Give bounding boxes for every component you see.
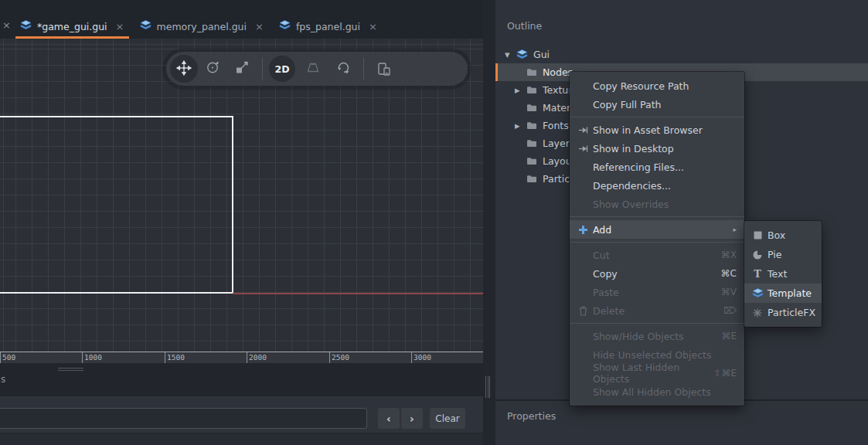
plus-icon <box>577 225 589 235</box>
chevron-collapsed-icon[interactable]: ▶ <box>515 122 520 130</box>
menu-shortcut: ⌘X <box>721 250 737 260</box>
menu-item-copy[interactable]: Copy ⌘C <box>570 264 744 283</box>
console-log-area[interactable] <box>0 433 483 445</box>
submenu-item-text[interactable]: T Text <box>744 264 822 284</box>
mode-2d-button[interactable]: 2D <box>269 56 295 82</box>
menu-label: Dependencies... <box>593 180 671 192</box>
tree-row-gui[interactable]: ▼ Gui <box>495 46 868 63</box>
submenu-item-particlefx[interactable]: ParticleFX <box>744 303 822 322</box>
ruler-label: 500 <box>2 353 15 362</box>
menu-label: Hide Unselected Objects <box>593 349 712 361</box>
menu-label: Cut <box>593 250 610 261</box>
menu-label: Show Last Hidden Objects <box>593 362 713 385</box>
menu-label: Box <box>768 229 785 241</box>
device-profiles-icon[interactable] <box>376 61 393 76</box>
gui-file-icon <box>279 20 291 33</box>
find-next-button[interactable]: › <box>401 408 423 429</box>
console-panel: ‹ › Clear <box>0 396 483 445</box>
menu-label: Add <box>593 224 611 236</box>
menu-label: ParticleFX <box>768 307 815 318</box>
submenu-item-box[interactable]: Box <box>744 226 822 245</box>
chevron-collapsed-icon[interactable]: ▶ <box>515 87 520 94</box>
close-icon[interactable]: × <box>2 19 11 31</box>
horizontal-ruler: 500 1000 1500 2000 2500 3000 <box>0 352 483 363</box>
folder-icon <box>526 104 537 112</box>
menu-label: Copy Full Path <box>593 99 662 110</box>
perspective-camera-icon <box>305 60 321 78</box>
close-icon[interactable]: × <box>116 21 124 32</box>
tab-game-gui[interactable]: *game_gui.gui × <box>12 14 132 39</box>
template-icon <box>751 288 764 299</box>
scene-viewport[interactable]: 2D <box>0 39 483 352</box>
move-tool-button[interactable] <box>170 55 198 83</box>
ruler-tick <box>82 352 83 364</box>
folder-icon <box>526 86 537 94</box>
outline-panel-title: Outline <box>507 20 542 32</box>
rotate-tool-button[interactable] <box>205 60 220 78</box>
menu-label: Show in Desktop <box>593 143 674 155</box>
menu-divider <box>570 323 744 324</box>
vertical-splitter[interactable] <box>483 0 495 445</box>
menu-label: Delete <box>593 305 625 317</box>
vertical-splitter-grip[interactable] <box>485 376 490 398</box>
box-icon <box>751 231 764 239</box>
tree-label: Gui <box>533 49 550 60</box>
chevron-expanded-icon[interactable]: ▼ <box>505 51 510 59</box>
tab-fps-panel[interactable]: fps_panel.gui × <box>271 14 385 39</box>
menu-shortcut: ⌘V <box>721 287 737 297</box>
delete-key-icon: ⌦ <box>723 305 737 316</box>
menu-item-show-in-desktop[interactable]: Show in Desktop <box>570 139 744 158</box>
menu-item-show-all-hidden-objects: Show All Hidden Objects <box>570 382 744 401</box>
tab-label: fps_panel.gui <box>296 21 360 32</box>
menu-label: Text <box>768 268 787 280</box>
tab-label: *game_gui.gui <box>37 21 107 32</box>
menu-label: Show All Hidden Objects <box>593 386 711 398</box>
menu-item-dependencies[interactable]: Dependencies... <box>570 176 744 195</box>
tab-strip: *game_gui.gui × memory_panel.gui × fps_p… <box>12 14 385 39</box>
menu-label: Copy Resource Path <box>593 80 689 92</box>
particlefx-icon <box>751 308 764 318</box>
console-search-input[interactable] <box>0 408 367 429</box>
tree-label: Fonts <box>543 120 569 131</box>
menu-item-referencing-files[interactable]: Referencing Files... <box>570 158 744 176</box>
menu-item-add[interactable]: Add ▸ <box>570 220 744 239</box>
x-axis-line <box>233 293 483 294</box>
submenu-item-pie[interactable]: Pie <box>744 245 822 264</box>
menu-divider <box>570 117 744 117</box>
mode-2d-label: 2D <box>274 63 289 75</box>
horizontal-splitter-grip[interactable] <box>58 368 83 372</box>
tab-memory-panel[interactable]: memory_panel.gui × <box>132 14 271 39</box>
open-external-icon <box>577 144 589 153</box>
folder-icon <box>526 68 537 76</box>
camera-rotate-button[interactable] <box>336 60 352 78</box>
menu-divider <box>570 242 744 243</box>
scale-tool-button[interactable] <box>234 60 250 78</box>
find-previous-button[interactable]: ‹ <box>378 408 400 429</box>
folder-icon <box>526 121 537 130</box>
menu-label: Pie <box>768 249 781 260</box>
menu-shortcut: ⌘C <box>721 268 737 279</box>
close-icon[interactable]: × <box>255 21 264 32</box>
text-icon: T <box>751 269 764 279</box>
gui-file-icon <box>20 20 32 33</box>
ruler-tick <box>247 352 247 364</box>
menu-item-cut: Cut ⌘X <box>570 246 744 264</box>
toolbar-divider <box>262 58 263 80</box>
ruler-tick <box>329 352 330 364</box>
ruler-tick <box>165 352 165 364</box>
trash-icon <box>577 306 589 316</box>
move-tool-icon <box>176 60 192 78</box>
rotate-tool-icon <box>205 60 220 78</box>
menu-item-show-in-asset-browser[interactable]: Show in Asset Browser <box>570 121 744 139</box>
submenu-item-template[interactable]: Template <box>744 284 822 303</box>
menu-item-copy-full-path[interactable]: Copy Full Path <box>570 95 744 114</box>
menu-label: Show Overrides <box>593 199 669 210</box>
menu-divider <box>570 216 744 217</box>
editor-left-region: × *game_gui.gui × memory_panel.gui × <box>0 0 483 445</box>
close-icon[interactable]: × <box>369 21 377 32</box>
perspective-camera-button[interactable] <box>305 60 321 78</box>
submenu-arrow-icon: ▸ <box>733 226 737 233</box>
menu-item-copy-resource-path[interactable]: Copy Resource Path <box>570 76 744 95</box>
tree-label: Nodes <box>543 66 573 78</box>
clear-console-button[interactable]: Clear <box>430 408 465 429</box>
